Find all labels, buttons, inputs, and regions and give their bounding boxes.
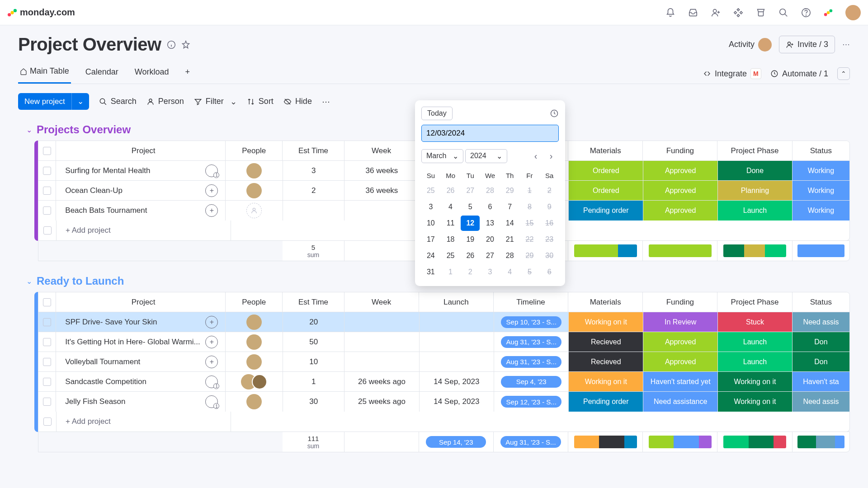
status-cell[interactable]: Working xyxy=(793,181,849,200)
status-cell[interactable]: Launch xyxy=(718,352,792,371)
col-week[interactable]: Week xyxy=(344,141,419,160)
select-all-checkbox[interactable] xyxy=(43,147,51,155)
calendar-day[interactable]: 18 xyxy=(441,232,460,247)
status-cell[interactable]: Need assistance xyxy=(643,392,717,412)
project-name[interactable]: Volleyball Tournament xyxy=(65,357,205,366)
conversation-icon[interactable]: 1 xyxy=(205,375,218,388)
status-cell[interactable]: Need assis xyxy=(793,392,849,412)
calendar-day[interactable]: 19 xyxy=(461,232,480,247)
person-filter-button[interactable]: Person xyxy=(146,97,184,106)
calendar-day[interactable]: 11 xyxy=(441,216,460,231)
col-week[interactable]: Week xyxy=(344,292,419,312)
favorite-icon[interactable] xyxy=(181,40,190,49)
col-est-time[interactable]: Est Time xyxy=(283,292,344,312)
select-all-checkbox[interactable] xyxy=(43,298,51,306)
project-name[interactable]: It's Getting Hot in Here- Global Warmi..… xyxy=(65,338,205,347)
hide-button[interactable]: Hide xyxy=(283,97,312,106)
table-row[interactable]: ••• SPF Drive- Save Your Skin+ 20 Sep 10… xyxy=(38,312,849,332)
people-empty[interactable] xyxy=(246,203,262,218)
calendar-day[interactable]: 23 xyxy=(540,232,559,247)
timeline-pill[interactable]: Sep 10, '23 - S... xyxy=(501,316,561,328)
status-cell[interactable]: Launch xyxy=(718,332,792,352)
calendar-day[interactable]: 3 xyxy=(421,199,440,215)
launch-cell[interactable]: 14 Sep, 2023 xyxy=(420,392,494,412)
sort-button[interactable]: Sort xyxy=(247,97,274,106)
calendar-day[interactable]: 15 xyxy=(520,216,539,231)
project-name[interactable]: Jelly Fish Season xyxy=(65,397,205,406)
inbox-icon[interactable] xyxy=(688,8,698,18)
row-checkbox[interactable] xyxy=(43,187,51,195)
invite-button[interactable]: Invite / 3 xyxy=(779,36,835,53)
week-cell[interactable] xyxy=(344,312,419,332)
col-status[interactable]: Status xyxy=(793,141,849,160)
table-row[interactable]: It's Getting Hot in Here- Global Warmi..… xyxy=(38,332,849,352)
calendar-day[interactable]: 2 xyxy=(540,183,559,198)
calendar-day[interactable]: 27 xyxy=(481,248,500,263)
col-project-phase[interactable]: Project Phase xyxy=(717,292,792,312)
week-cell[interactable]: 36 weeks xyxy=(344,181,419,200)
status-cell[interactable]: Approved xyxy=(643,201,717,221)
col-project[interactable]: Project xyxy=(56,141,226,160)
more-options-icon[interactable]: ⋯ xyxy=(842,40,850,49)
conversation-icon[interactable]: + xyxy=(205,316,218,328)
invite-members-icon[interactable] xyxy=(711,8,721,18)
col-project-phase[interactable]: Project Phase xyxy=(717,141,792,160)
tab-main-table[interactable]: Main Table xyxy=(18,62,71,84)
conversation-icon[interactable]: + xyxy=(205,184,218,197)
new-project-dropdown[interactable]: ⌄ xyxy=(71,93,89,110)
status-cell[interactable]: Recieved xyxy=(569,332,643,352)
est-time-cell[interactable]: 3 xyxy=(283,161,344,180)
calendar-day[interactable]: 26 xyxy=(461,248,480,263)
status-cell[interactable]: Working on it xyxy=(569,372,643,391)
status-cell[interactable]: Working on it xyxy=(718,372,792,391)
conversation-icon[interactable]: 1 xyxy=(205,164,218,177)
status-cell[interactable]: Working on it xyxy=(569,312,643,332)
est-time-cell[interactable]: 10 xyxy=(283,352,344,371)
conversation-icon[interactable]: + xyxy=(205,336,218,348)
col-status[interactable]: Status xyxy=(793,292,849,312)
calendar-day[interactable]: 3 xyxy=(481,264,500,280)
calendar-day[interactable]: 20 xyxy=(481,232,500,247)
col-timeline[interactable]: Timeline xyxy=(494,292,568,312)
year-select[interactable]: 2024⌄ xyxy=(465,149,507,163)
status-cell[interactable]: Planning xyxy=(718,181,792,200)
project-name[interactable]: Sandcastle Competition xyxy=(65,377,205,386)
est-time-cell[interactable]: 50 xyxy=(283,332,344,352)
week-cell[interactable] xyxy=(344,352,419,371)
row-checkbox[interactable] xyxy=(43,398,51,406)
collapse-header-button[interactable]: ⌃ xyxy=(837,67,850,80)
launch-cell[interactable] xyxy=(420,332,494,352)
marketplace-icon[interactable] xyxy=(756,8,766,18)
calendar-day[interactable]: 8 xyxy=(520,199,539,215)
calendar-day[interactable]: 22 xyxy=(520,232,539,247)
status-cell[interactable]: Don xyxy=(793,352,849,371)
table-row[interactable]: Volleyball Tournament+ 10 Aug 31, '23 - … xyxy=(38,352,849,372)
status-cell[interactable]: Approved xyxy=(643,332,717,352)
project-name[interactable]: SPF Drive- Save Your Skin xyxy=(65,318,205,327)
calendar-day[interactable]: 29 xyxy=(500,183,519,198)
est-time-cell[interactable]: 30 xyxy=(283,392,344,412)
date-input[interactable] xyxy=(421,125,559,142)
launch-cell[interactable] xyxy=(420,312,494,332)
col-people[interactable]: People xyxy=(226,141,283,160)
brand-logo[interactable]: monday.com xyxy=(7,7,75,18)
people-stack[interactable] xyxy=(241,374,267,389)
calendar-day[interactable]: 9 xyxy=(540,199,559,215)
filter-button[interactable]: Filter⌄ xyxy=(194,97,237,107)
launch-cell[interactable] xyxy=(420,352,494,371)
calendar-day[interactable]: 6 xyxy=(481,199,500,215)
table-row[interactable]: Jelly Fish Season1 30 25 weeks ago 14 Se… xyxy=(38,392,849,412)
week-cell[interactable] xyxy=(344,332,419,352)
search-icon[interactable] xyxy=(778,8,788,18)
status-cell[interactable]: Ordered xyxy=(569,161,643,180)
checkbox[interactable] xyxy=(43,418,52,426)
user-avatar[interactable] xyxy=(845,5,861,20)
help-icon[interactable] xyxy=(801,8,811,18)
calendar-day[interactable]: 26 xyxy=(441,183,460,198)
status-cell[interactable]: Recieved xyxy=(569,352,643,371)
calendar-day[interactable]: 5 xyxy=(520,264,539,280)
col-project[interactable]: Project xyxy=(56,292,226,312)
col-materials[interactable]: Materials xyxy=(568,292,643,312)
calendar-day[interactable]: 14 xyxy=(500,216,519,231)
row-checkbox[interactable] xyxy=(43,167,51,175)
